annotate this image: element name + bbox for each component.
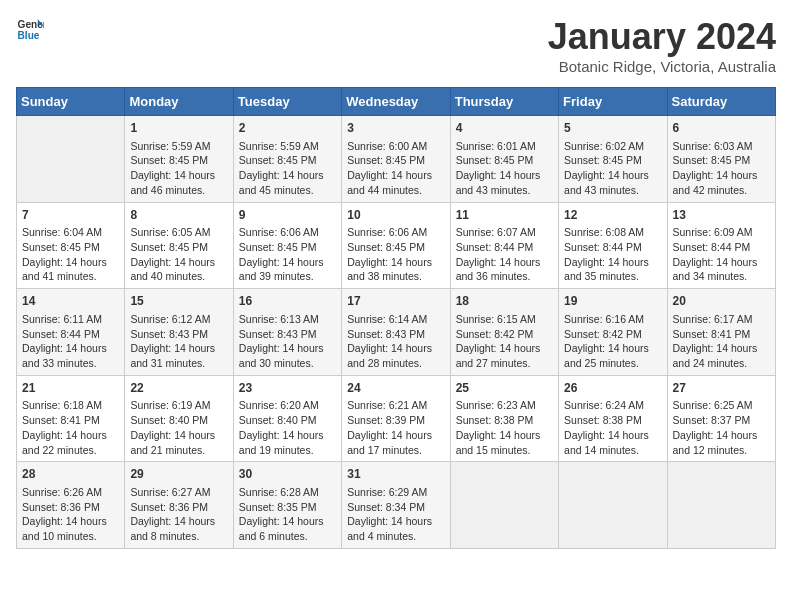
calendar-cell: 26Sunrise: 6:24 AM Sunset: 8:38 PM Dayli… bbox=[559, 375, 667, 462]
day-info: Sunrise: 6:15 AM Sunset: 8:42 PM Dayligh… bbox=[456, 312, 553, 371]
calendar-cell: 1Sunrise: 5:59 AM Sunset: 8:45 PM Daylig… bbox=[125, 116, 233, 203]
day-info: Sunrise: 6:23 AM Sunset: 8:38 PM Dayligh… bbox=[456, 398, 553, 457]
day-number: 24 bbox=[347, 380, 444, 397]
day-number: 17 bbox=[347, 293, 444, 310]
calendar-cell: 16Sunrise: 6:13 AM Sunset: 8:43 PM Dayli… bbox=[233, 289, 341, 376]
day-info: Sunrise: 6:09 AM Sunset: 8:44 PM Dayligh… bbox=[673, 225, 770, 284]
day-number: 18 bbox=[456, 293, 553, 310]
page-header: General Blue January 2024 Botanic Ridge,… bbox=[16, 16, 776, 75]
day-info: Sunrise: 6:01 AM Sunset: 8:45 PM Dayligh… bbox=[456, 139, 553, 198]
day-info: Sunrise: 6:03 AM Sunset: 8:45 PM Dayligh… bbox=[673, 139, 770, 198]
calendar-cell: 9Sunrise: 6:06 AM Sunset: 8:45 PM Daylig… bbox=[233, 202, 341, 289]
calendar-cell: 20Sunrise: 6:17 AM Sunset: 8:41 PM Dayli… bbox=[667, 289, 775, 376]
day-info: Sunrise: 6:08 AM Sunset: 8:44 PM Dayligh… bbox=[564, 225, 661, 284]
header-cell-tuesday: Tuesday bbox=[233, 88, 341, 116]
calendar-subtitle: Botanic Ridge, Victoria, Australia bbox=[548, 58, 776, 75]
calendar-cell: 23Sunrise: 6:20 AM Sunset: 8:40 PM Dayli… bbox=[233, 375, 341, 462]
week-row: 7Sunrise: 6:04 AM Sunset: 8:45 PM Daylig… bbox=[17, 202, 776, 289]
calendar-cell: 12Sunrise: 6:08 AM Sunset: 8:44 PM Dayli… bbox=[559, 202, 667, 289]
header-cell-monday: Monday bbox=[125, 88, 233, 116]
day-number: 26 bbox=[564, 380, 661, 397]
day-info: Sunrise: 6:26 AM Sunset: 8:36 PM Dayligh… bbox=[22, 485, 119, 544]
day-number: 6 bbox=[673, 120, 770, 137]
calendar-cell: 8Sunrise: 6:05 AM Sunset: 8:45 PM Daylig… bbox=[125, 202, 233, 289]
calendar-title: January 2024 bbox=[548, 16, 776, 58]
calendar-cell: 21Sunrise: 6:18 AM Sunset: 8:41 PM Dayli… bbox=[17, 375, 125, 462]
calendar-cell: 3Sunrise: 6:00 AM Sunset: 8:45 PM Daylig… bbox=[342, 116, 450, 203]
calendar-cell: 14Sunrise: 6:11 AM Sunset: 8:44 PM Dayli… bbox=[17, 289, 125, 376]
day-number: 14 bbox=[22, 293, 119, 310]
calendar-cell: 15Sunrise: 6:12 AM Sunset: 8:43 PM Dayli… bbox=[125, 289, 233, 376]
day-info: Sunrise: 6:05 AM Sunset: 8:45 PM Dayligh… bbox=[130, 225, 227, 284]
calendar-cell: 24Sunrise: 6:21 AM Sunset: 8:39 PM Dayli… bbox=[342, 375, 450, 462]
day-number: 4 bbox=[456, 120, 553, 137]
day-number: 8 bbox=[130, 207, 227, 224]
calendar-cell: 17Sunrise: 6:14 AM Sunset: 8:43 PM Dayli… bbox=[342, 289, 450, 376]
day-number: 3 bbox=[347, 120, 444, 137]
header-row: SundayMondayTuesdayWednesdayThursdayFrid… bbox=[17, 88, 776, 116]
week-row: 21Sunrise: 6:18 AM Sunset: 8:41 PM Dayli… bbox=[17, 375, 776, 462]
day-number: 22 bbox=[130, 380, 227, 397]
calendar-cell bbox=[17, 116, 125, 203]
day-info: Sunrise: 6:25 AM Sunset: 8:37 PM Dayligh… bbox=[673, 398, 770, 457]
day-number: 20 bbox=[673, 293, 770, 310]
calendar-cell: 2Sunrise: 5:59 AM Sunset: 8:45 PM Daylig… bbox=[233, 116, 341, 203]
day-info: Sunrise: 6:17 AM Sunset: 8:41 PM Dayligh… bbox=[673, 312, 770, 371]
logo-icon: General Blue bbox=[16, 16, 44, 44]
day-number: 30 bbox=[239, 466, 336, 483]
day-info: Sunrise: 6:14 AM Sunset: 8:43 PM Dayligh… bbox=[347, 312, 444, 371]
day-info: Sunrise: 6:18 AM Sunset: 8:41 PM Dayligh… bbox=[22, 398, 119, 457]
header-cell-friday: Friday bbox=[559, 88, 667, 116]
day-info: Sunrise: 6:24 AM Sunset: 8:38 PM Dayligh… bbox=[564, 398, 661, 457]
day-number: 9 bbox=[239, 207, 336, 224]
day-info: Sunrise: 6:20 AM Sunset: 8:40 PM Dayligh… bbox=[239, 398, 336, 457]
calendar-cell: 13Sunrise: 6:09 AM Sunset: 8:44 PM Dayli… bbox=[667, 202, 775, 289]
day-number: 28 bbox=[22, 466, 119, 483]
day-number: 5 bbox=[564, 120, 661, 137]
day-info: Sunrise: 5:59 AM Sunset: 8:45 PM Dayligh… bbox=[239, 139, 336, 198]
day-number: 31 bbox=[347, 466, 444, 483]
header-cell-sunday: Sunday bbox=[17, 88, 125, 116]
day-number: 16 bbox=[239, 293, 336, 310]
calendar-cell: 28Sunrise: 6:26 AM Sunset: 8:36 PM Dayli… bbox=[17, 462, 125, 549]
day-number: 10 bbox=[347, 207, 444, 224]
day-info: Sunrise: 6:27 AM Sunset: 8:36 PM Dayligh… bbox=[130, 485, 227, 544]
day-info: Sunrise: 6:11 AM Sunset: 8:44 PM Dayligh… bbox=[22, 312, 119, 371]
title-area: January 2024 Botanic Ridge, Victoria, Au… bbox=[548, 16, 776, 75]
day-info: Sunrise: 6:19 AM Sunset: 8:40 PM Dayligh… bbox=[130, 398, 227, 457]
day-number: 25 bbox=[456, 380, 553, 397]
day-info: Sunrise: 6:07 AM Sunset: 8:44 PM Dayligh… bbox=[456, 225, 553, 284]
calendar-cell: 4Sunrise: 6:01 AM Sunset: 8:45 PM Daylig… bbox=[450, 116, 558, 203]
calendar-cell: 7Sunrise: 6:04 AM Sunset: 8:45 PM Daylig… bbox=[17, 202, 125, 289]
day-info: Sunrise: 6:04 AM Sunset: 8:45 PM Dayligh… bbox=[22, 225, 119, 284]
day-info: Sunrise: 6:00 AM Sunset: 8:45 PM Dayligh… bbox=[347, 139, 444, 198]
week-row: 28Sunrise: 6:26 AM Sunset: 8:36 PM Dayli… bbox=[17, 462, 776, 549]
calendar-cell: 18Sunrise: 6:15 AM Sunset: 8:42 PM Dayli… bbox=[450, 289, 558, 376]
day-info: Sunrise: 6:12 AM Sunset: 8:43 PM Dayligh… bbox=[130, 312, 227, 371]
day-number: 12 bbox=[564, 207, 661, 224]
calendar-cell: 31Sunrise: 6:29 AM Sunset: 8:34 PM Dayli… bbox=[342, 462, 450, 549]
calendar-cell: 6Sunrise: 6:03 AM Sunset: 8:45 PM Daylig… bbox=[667, 116, 775, 203]
day-info: Sunrise: 6:21 AM Sunset: 8:39 PM Dayligh… bbox=[347, 398, 444, 457]
day-info: Sunrise: 6:02 AM Sunset: 8:45 PM Dayligh… bbox=[564, 139, 661, 198]
day-number: 1 bbox=[130, 120, 227, 137]
day-info: Sunrise: 6:13 AM Sunset: 8:43 PM Dayligh… bbox=[239, 312, 336, 371]
header-cell-thursday: Thursday bbox=[450, 88, 558, 116]
day-number: 23 bbox=[239, 380, 336, 397]
week-row: 1Sunrise: 5:59 AM Sunset: 8:45 PM Daylig… bbox=[17, 116, 776, 203]
day-info: Sunrise: 6:06 AM Sunset: 8:45 PM Dayligh… bbox=[239, 225, 336, 284]
day-info: Sunrise: 5:59 AM Sunset: 8:45 PM Dayligh… bbox=[130, 139, 227, 198]
calendar-cell: 30Sunrise: 6:28 AM Sunset: 8:35 PM Dayli… bbox=[233, 462, 341, 549]
calendar-cell bbox=[667, 462, 775, 549]
day-info: Sunrise: 6:29 AM Sunset: 8:34 PM Dayligh… bbox=[347, 485, 444, 544]
header-cell-wednesday: Wednesday bbox=[342, 88, 450, 116]
calendar-cell: 29Sunrise: 6:27 AM Sunset: 8:36 PM Dayli… bbox=[125, 462, 233, 549]
calendar-cell bbox=[559, 462, 667, 549]
day-number: 27 bbox=[673, 380, 770, 397]
logo: General Blue bbox=[16, 16, 44, 44]
day-number: 29 bbox=[130, 466, 227, 483]
calendar-cell: 22Sunrise: 6:19 AM Sunset: 8:40 PM Dayli… bbox=[125, 375, 233, 462]
day-number: 13 bbox=[673, 207, 770, 224]
calendar-cell: 25Sunrise: 6:23 AM Sunset: 8:38 PM Dayli… bbox=[450, 375, 558, 462]
day-number: 19 bbox=[564, 293, 661, 310]
